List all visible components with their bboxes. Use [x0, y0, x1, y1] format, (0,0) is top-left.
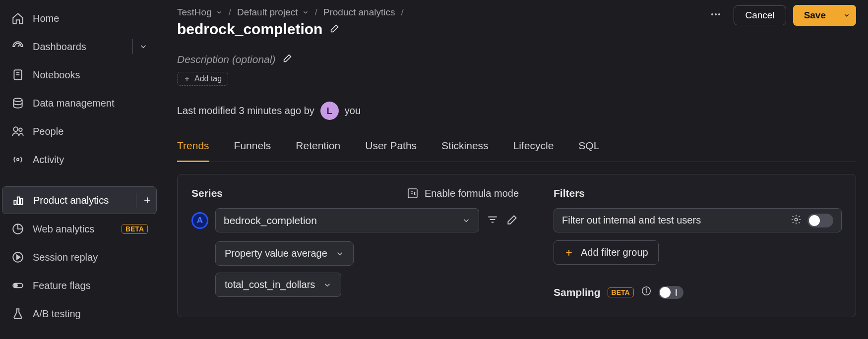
sidebar-item-label: A/B testing [33, 308, 148, 320]
avatar: L [320, 102, 339, 120]
chevron-down-icon [323, 281, 332, 289]
sidebar-item-home[interactable]: Home [2, 4, 157, 32]
filter-icon[interactable] [486, 213, 499, 228]
beta-badge: BETA [122, 224, 148, 234]
home-icon [11, 11, 25, 25]
insight-tabs: Trends Funnels Retention User Paths Stic… [177, 140, 856, 162]
chevron-down-icon [843, 12, 850, 19]
aggregation-label: Property value average [225, 248, 327, 259]
sidebar-item-feature-flags[interactable]: Feature flags [2, 272, 157, 299]
radio-icon [11, 153, 25, 167]
tab-user-paths[interactable]: User Paths [365, 140, 417, 162]
filter-internal-users-row: Filter out internal and test users [554, 208, 842, 232]
save-button-group: Save [793, 5, 856, 26]
sidebar-item-label: Feature flags [33, 280, 148, 291]
gear-icon[interactable] [791, 214, 802, 227]
sampling-label: Sampling [554, 286, 601, 298]
add-filter-group-label: Add filter group [581, 247, 648, 258]
series-heading: Series [191, 187, 223, 199]
svg-point-16 [711, 13, 713, 15]
chevron-down-icon [302, 9, 309, 16]
svg-point-4 [13, 127, 18, 131]
save-dropdown-button[interactable] [837, 5, 856, 26]
breadcrumb-project[interactable]: Default project [237, 7, 309, 18]
tab-sql[interactable]: SQL [578, 140, 599, 162]
bar-chart-icon [11, 193, 25, 207]
plus-icon [564, 248, 574, 258]
pencil-icon[interactable] [282, 53, 293, 66]
svg-marker-13 [17, 255, 20, 260]
sidebar-item-label: Data management [33, 98, 148, 109]
svg-point-34 [646, 289, 646, 289]
chevron-down-icon [335, 249, 344, 258]
pencil-icon[interactable] [506, 213, 519, 228]
people-icon [11, 124, 25, 138]
breadcrumb-separator: / [229, 7, 231, 18]
tab-stickiness[interactable]: Stickiness [441, 140, 489, 162]
pie-chart-icon [11, 222, 25, 236]
tab-funnels[interactable]: Funnels [234, 140, 271, 162]
enable-formula-mode-button[interactable]: Enable formula mode [407, 187, 519, 199]
series-badge: A [191, 212, 208, 229]
breadcrumb-section[interactable]: Product analytics [323, 7, 395, 18]
property-label: total_cost_in_dollars [225, 279, 315, 290]
svg-rect-21 [408, 189, 417, 198]
add-tag-label: Add tag [194, 74, 222, 83]
aggregation-selector[interactable]: Property value average [215, 241, 354, 266]
sidebar-item-label: Activity [33, 154, 148, 166]
breadcrumb-separator: / [315, 7, 317, 18]
svg-rect-8 [17, 197, 19, 205]
svg-rect-7 [14, 200, 16, 205]
flask-icon [11, 307, 25, 321]
sidebar-item-web-analytics[interactable]: Web analytics BETA [2, 215, 157, 243]
sampling-toggle[interactable] [659, 286, 683, 299]
save-button[interactable]: Save [793, 5, 837, 26]
tab-trends[interactable]: Trends [177, 140, 209, 162]
filters-heading: Filters [554, 187, 585, 199]
sidebar-item-notebooks[interactable]: Notebooks [2, 61, 157, 89]
pencil-icon[interactable] [329, 23, 340, 36]
sidebar: Home Dashboards Notebooks Data managemen… [0, 0, 159, 339]
info-icon[interactable] [641, 285, 652, 299]
sidebar-item-label: Session replay [33, 252, 148, 263]
property-selector[interactable]: total_cost_in_dollars [215, 273, 341, 297]
description-placeholder[interactable]: Description (optional) [177, 54, 275, 65]
notebook-icon [11, 68, 25, 82]
plus-icon[interactable] [136, 193, 152, 208]
sidebar-item-label: Web analytics [33, 224, 114, 235]
filter-internal-users-toggle[interactable] [807, 214, 833, 227]
beta-badge: BETA [608, 287, 634, 297]
add-tag-button[interactable]: Add tag [177, 72, 228, 86]
chevron-down-icon [462, 216, 471, 225]
sidebar-item-people[interactable]: People [2, 117, 157, 145]
tab-lifecycle[interactable]: Lifecycle [513, 140, 554, 162]
tab-retention[interactable]: Retention [296, 140, 340, 162]
main-content: TestHog / Default project / Product anal… [159, 0, 868, 339]
last-modified-row: Last modified 3 minutes ago by L you [177, 102, 856, 120]
database-icon [11, 96, 25, 110]
breadcrumb-project-label: Default project [237, 7, 298, 18]
breadcrumb: TestHog / Default project / Product anal… [177, 7, 404, 18]
cancel-button[interactable]: Cancel [734, 5, 786, 25]
breadcrumb-org[interactable]: TestHog [177, 7, 223, 18]
sidebar-item-session-replay[interactable]: Session replay [2, 243, 157, 271]
gauge-icon [11, 40, 25, 54]
query-panel: Series Enable formula mode A bedrock_com… [177, 174, 856, 317]
svg-point-29 [795, 218, 798, 221]
sidebar-item-label: People [33, 126, 148, 137]
sidebar-item-activity[interactable]: Activity [2, 146, 157, 173]
more-menu-button[interactable] [705, 5, 727, 25]
sidebar-item-label: Dashboards [33, 41, 124, 53]
add-filter-group-button[interactable]: Add filter group [554, 240, 659, 265]
sidebar-item-product-analytics[interactable]: Product analytics [2, 186, 157, 214]
sidebar-item-dashboards[interactable]: Dashboards [2, 33, 157, 60]
svg-point-15 [14, 284, 17, 287]
svg-point-6 [17, 159, 19, 161]
play-circle-icon [11, 250, 25, 264]
toggle-icon [11, 279, 25, 292]
sidebar-item-data-management[interactable]: Data management [2, 89, 157, 117]
page-title: bedrock_completion [177, 21, 322, 38]
chevron-down-icon[interactable] [132, 39, 148, 54]
event-selector[interactable]: bedrock_completion [215, 208, 479, 232]
sidebar-item-ab-testing[interactable]: A/B testing [2, 300, 157, 328]
